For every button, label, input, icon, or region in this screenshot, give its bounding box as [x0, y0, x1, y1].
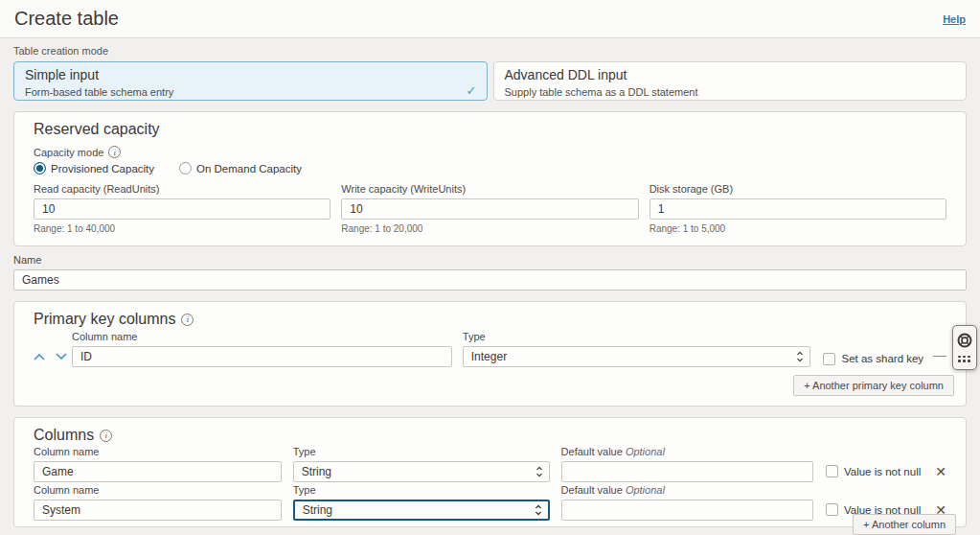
wheel-icon[interactable] — [957, 333, 972, 348]
page-title: Create table — [14, 8, 119, 30]
column-type-value: String — [303, 503, 332, 517]
optional-label: Optional — [626, 446, 665, 457]
optional-label: Optional — [626, 484, 665, 496]
select-stepper-icon — [535, 503, 542, 517]
column-type-group: Type String — [293, 446, 550, 482]
default-value-label: Default value Optional — [561, 484, 813, 497]
column-type-group: Type String — [293, 484, 550, 521]
create-table-page: Create table Help Table creation mode Si… — [0, 0, 980, 535]
set-as-shard-key-checkbox[interactable]: Set as shard key — [823, 350, 923, 367]
read-capacity-input[interactable] — [34, 198, 330, 220]
page-header: Create table Help — [0, 0, 980, 38]
value-not-null-checkbox[interactable]: Value is not null — [826, 465, 921, 477]
column-name-group: Column name — [34, 484, 282, 521]
checkbox-icon — [826, 465, 838, 477]
table-name-input[interactable] — [13, 269, 967, 291]
remove-column-icon[interactable]: ✕ — [935, 465, 946, 478]
creation-mode-label: Table creation mode — [13, 45, 967, 58]
column-name-group: Column name — [34, 446, 282, 482]
mode-card-subtitle: Form-based table schema entry — [25, 86, 476, 98]
name-field-group: Name — [13, 254, 967, 291]
capacity-mode-label-text: Capacity mode — [34, 147, 103, 158]
pk-type-value: Integer — [471, 350, 507, 363]
read-capacity-label: Read capacity (ReadUnits) — [34, 183, 330, 196]
default-value-label-text: Default value — [561, 484, 623, 496]
default-value-group: Default value Optional — [561, 484, 813, 521]
primary-key-title: Primary key columns i — [34, 311, 956, 328]
pk-type-group: Type Integer — [463, 331, 811, 367]
radio-provisioned-capacity[interactable]: Provisioned Capacity — [34, 162, 154, 174]
pk-column-name-group: Column name — [72, 331, 452, 367]
info-icon[interactable]: i — [181, 314, 194, 326]
default-value-group: Default value Optional — [561, 446, 813, 482]
column-type-value: String — [302, 465, 331, 478]
pk-type-select[interactable]: Integer — [463, 346, 811, 367]
checkbox-icon — [823, 353, 835, 365]
checkbox-icon — [826, 503, 838, 516]
reorder-controls — [34, 346, 72, 367]
floating-tools-widget[interactable] — [952, 325, 977, 370]
dash-divider — [933, 356, 946, 357]
name-label: Name — [13, 254, 967, 267]
add-primary-key-column-button[interactable]: + Another primary key column — [793, 375, 954, 396]
write-capacity-hint: Range: 1 to 20,000 — [341, 223, 638, 234]
column-name-label: Column name — [34, 446, 282, 458]
chevron-up-icon[interactable] — [34, 353, 45, 361]
radio-on-demand-capacity[interactable]: On Demand Capacity — [179, 162, 302, 174]
primary-key-panel: Primary key columns i Column name Type I… — [13, 301, 967, 407]
mode-card-subtitle: Supply table schema as a DDL statement — [505, 86, 956, 98]
read-capacity-field-group: Read capacity (ReadUnits) Range: 1 to 40… — [34, 183, 330, 234]
write-capacity-input[interactable] — [341, 198, 638, 220]
write-capacity-label: Write capacity (WriteUnits) — [341, 183, 638, 196]
default-value-input[interactable] — [561, 500, 813, 521]
column-name-input[interactable] — [34, 500, 282, 521]
radio-selected-icon — [34, 162, 46, 174]
not-null-label: Value is not null — [844, 466, 921, 477]
default-value-label: Default value Optional — [561, 446, 813, 458]
primary-key-actions: + Another primary key column — [24, 367, 956, 400]
reserved-capacity-panel: Reserved capacity Capacity mode i Provis… — [13, 111, 967, 246]
select-stepper-icon — [536, 465, 543, 478]
column-type-label: Type — [293, 446, 550, 458]
chevron-down-icon[interactable] — [56, 353, 67, 361]
column-type-select-focused[interactable]: String — [293, 500, 550, 521]
mode-card-title: Simple input — [25, 67, 476, 83]
reserved-capacity-title: Reserved capacity — [34, 121, 956, 138]
disk-storage-hint: Range: 1 to 5,000 — [650, 223, 946, 234]
mode-card-title: Advanced DDL input — [505, 67, 956, 83]
check-icon: ✓ — [467, 83, 477, 98]
write-capacity-field-group: Write capacity (WriteUnits) Range: 1 to … — [341, 183, 638, 234]
primary-key-row: Column name Type Integer Set as shard ke… — [24, 331, 956, 367]
default-value-input[interactable] — [561, 461, 813, 482]
pk-column-name-label: Column name — [72, 331, 452, 343]
mode-card-advanced-ddl[interactable]: Advanced DDL input Supply table schema a… — [493, 61, 968, 101]
drag-dots-icon[interactable] — [958, 356, 971, 362]
disk-storage-input[interactable] — [650, 198, 946, 220]
column-name-label: Column name — [34, 484, 282, 497]
help-link[interactable]: Help — [943, 13, 966, 25]
radio-unselected-icon — [179, 162, 192, 174]
column-type-select[interactable]: String — [293, 461, 550, 482]
capacity-mode-radios: Provisioned Capacity On Demand Capacity — [34, 162, 956, 174]
columns-panel: Columns i Column name Type String — [13, 417, 967, 527]
info-icon[interactable]: i — [100, 430, 112, 442]
pk-column-name-input[interactable] — [72, 346, 452, 367]
columns-actions: + Another column — [853, 514, 956, 535]
select-stepper-icon — [796, 350, 804, 363]
info-icon[interactable]: i — [108, 146, 121, 158]
creation-mode-cards: Simple input Form-based table schema ent… — [13, 61, 967, 101]
capacity-fields: Read capacity (ReadUnits) Range: 1 to 40… — [24, 183, 956, 240]
radio-label: On Demand Capacity — [196, 163, 302, 174]
add-column-button[interactable]: + Another column — [853, 514, 956, 535]
default-value-label-text: Default value — [561, 446, 623, 457]
column-row: Column name Type String Default value — [24, 446, 956, 482]
columns-title: Columns i — [34, 427, 956, 444]
column-row: Column name Type String Default value — [24, 484, 956, 521]
column-name-input[interactable] — [34, 461, 282, 482]
radio-label: Provisioned Capacity — [51, 163, 154, 174]
read-capacity-hint: Range: 1 to 40,000 — [34, 223, 330, 234]
columns-title-text: Columns — [34, 427, 94, 444]
page-content: Table creation mode Simple input Form-ba… — [0, 38, 980, 535]
mode-card-simple-input[interactable]: Simple input Form-based table schema ent… — [13, 61, 488, 101]
primary-key-title-text: Primary key columns — [34, 311, 175, 328]
